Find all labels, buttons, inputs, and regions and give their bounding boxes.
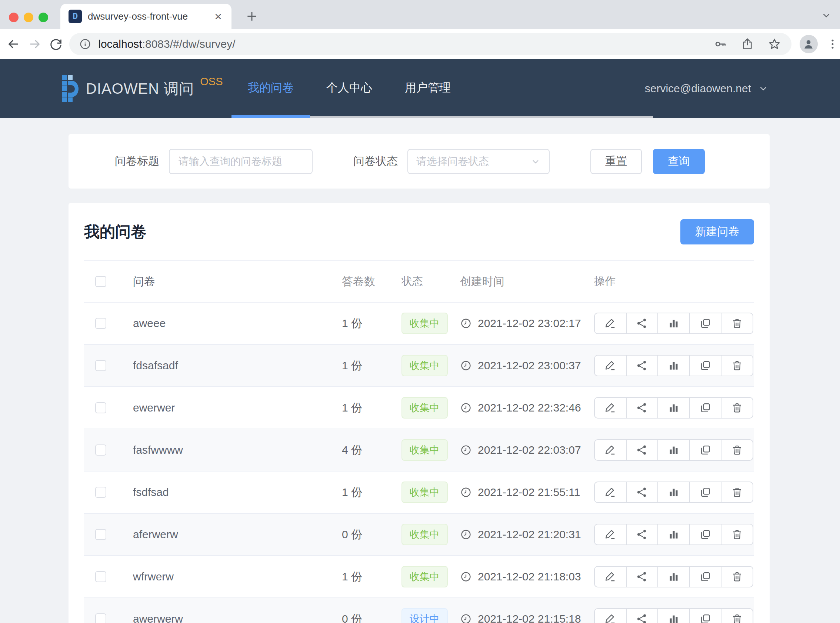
delete-button[interactable]	[721, 525, 753, 545]
bar-chart-icon	[667, 612, 680, 623]
delete-button[interactable]	[721, 313, 753, 333]
query-button[interactable]: 查询	[653, 149, 705, 174]
row-checkbox[interactable]	[95, 571, 106, 582]
row-checkbox[interactable]	[95, 613, 106, 623]
create-survey-button[interactable]: 新建问卷	[681, 219, 754, 244]
app-logo[interactable]: DIAOWEN 调问 OSS	[62, 59, 222, 118]
copy-button[interactable]	[689, 440, 721, 460]
edit-pencil-icon	[604, 317, 617, 330]
share-button[interactable]	[626, 525, 658, 545]
delete-button[interactable]	[721, 440, 753, 460]
browser-tab[interactable]: D dwsurvey-oss-front-vue ×	[60, 4, 231, 29]
password-key-icon[interactable]	[714, 37, 728, 51]
share-button[interactable]	[626, 356, 658, 376]
delete-button[interactable]	[721, 567, 753, 587]
statistics-button[interactable]	[658, 482, 689, 502]
new-tab-button[interactable]	[242, 6, 262, 27]
row-checkbox[interactable]	[95, 318, 106, 329]
share-button[interactable]	[626, 609, 658, 623]
delete-button[interactable]	[721, 609, 753, 623]
survey-name: ewerwer	[133, 402, 340, 414]
reset-button[interactable]: 重置	[590, 149, 642, 174]
nav-item-my-surveys[interactable]: 我的问卷	[231, 59, 310, 116]
edit-button[interactable]	[595, 440, 626, 460]
survey-title-input[interactable]	[169, 149, 313, 174]
share-button[interactable]	[626, 482, 658, 502]
share-button[interactable]	[626, 398, 658, 418]
tab-close-icon[interactable]: ×	[213, 10, 223, 23]
select-all-checkbox[interactable]	[95, 276, 106, 287]
survey-status-select[interactable]: 请选择问卷状态	[408, 149, 550, 174]
statistics-button[interactable]	[658, 398, 689, 418]
url-text[interactable]: localhost:8083/#/dw/survey/	[98, 38, 713, 51]
statistics-button[interactable]	[658, 525, 689, 545]
column-header-status: 状态	[402, 274, 460, 289]
statistics-button[interactable]	[658, 440, 689, 460]
forward-button[interactable]	[27, 36, 43, 52]
clock-icon	[460, 571, 472, 583]
clock-icon	[460, 318, 472, 329]
delete-button[interactable]	[721, 398, 753, 418]
delete-button[interactable]	[721, 482, 753, 502]
row-checkbox[interactable]	[95, 360, 106, 371]
statistics-button[interactable]	[658, 609, 689, 623]
nav-item-user-management[interactable]: 用户管理	[388, 59, 467, 116]
row-actions	[594, 439, 753, 461]
copy-button[interactable]	[689, 609, 721, 623]
row-checkbox[interactable]	[95, 487, 106, 498]
copy-button[interactable]	[689, 567, 721, 587]
window-zoom-button[interactable]	[38, 12, 48, 22]
tab-search-button[interactable]	[821, 10, 832, 21]
copy-button[interactable]	[689, 356, 721, 376]
address-bar[interactable]: localhost:8083/#/dw/survey/	[69, 33, 791, 55]
edit-pencil-icon	[604, 612, 617, 623]
column-header-survey: 问卷	[133, 274, 340, 289]
edit-button[interactable]	[595, 567, 626, 587]
statistics-button[interactable]	[658, 313, 689, 333]
edit-button[interactable]	[595, 525, 626, 545]
browser-profile-avatar[interactable]	[800, 35, 818, 53]
copy-icon	[699, 571, 712, 583]
share-button[interactable]	[626, 567, 658, 587]
copy-button[interactable]	[689, 398, 721, 418]
edit-button[interactable]	[595, 356, 626, 376]
browser-toolbar: localhost:8083/#/dw/survey/	[0, 29, 840, 59]
copy-icon	[699, 359, 712, 372]
statistics-button[interactable]	[658, 356, 689, 376]
reload-button[interactable]	[48, 36, 64, 52]
back-button[interactable]	[5, 36, 21, 52]
copy-button[interactable]	[689, 313, 721, 333]
statistics-button[interactable]	[658, 567, 689, 587]
browser-menu-button[interactable]	[825, 37, 840, 51]
row-checkbox[interactable]	[95, 445, 106, 456]
row-actions	[594, 313, 753, 334]
copy-button[interactable]	[689, 482, 721, 502]
site-info-icon[interactable]	[79, 38, 92, 51]
share-button[interactable]	[626, 440, 658, 460]
window-minimize-button[interactable]	[24, 12, 33, 22]
trash-icon	[731, 317, 743, 330]
table-row: fdsafsadf 1 份 收集中 2021-12-02 23:00:37	[84, 345, 754, 387]
survey-status-label: 问卷状态	[353, 154, 398, 169]
delete-button[interactable]	[721, 356, 753, 376]
copy-button[interactable]	[689, 525, 721, 545]
table-body: aweee 1 份 收集中 2021-12-02 23:02:17	[84, 302, 754, 623]
nav-item-personal-center[interactable]: 个人中心	[310, 59, 388, 116]
bar-chart-icon	[667, 528, 680, 541]
edit-button[interactable]	[595, 482, 626, 502]
status-badge: 收集中	[402, 566, 448, 588]
share-icon	[636, 486, 648, 499]
share-button[interactable]	[626, 313, 658, 333]
window-close-button[interactable]	[9, 12, 18, 22]
survey-name: fdsafsadf	[133, 359, 340, 372]
edit-button[interactable]	[595, 398, 626, 418]
table-header-row: 问卷 答卷数 状态 创建时间 操作	[84, 261, 754, 302]
row-checkbox[interactable]	[95, 529, 106, 540]
edit-button[interactable]	[595, 313, 626, 333]
edit-button[interactable]	[595, 609, 626, 623]
row-checkbox[interactable]	[95, 402, 106, 413]
share-page-icon[interactable]	[740, 37, 754, 51]
share-icon	[636, 444, 648, 456]
user-dropdown[interactable]: service@diaowen.net	[645, 59, 769, 118]
bookmark-star-icon[interactable]	[767, 37, 782, 52]
